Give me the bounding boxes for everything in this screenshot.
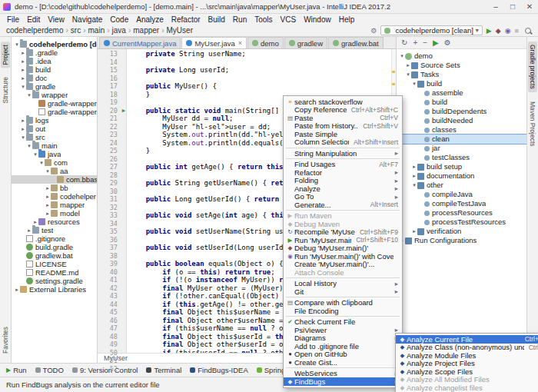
project-item-codehelper[interactable]: ▸codehelper xyxy=(12,192,97,201)
project-item-com[interactable]: ▾com xyxy=(12,158,97,167)
minus-icon[interactable]: − xyxy=(423,38,427,48)
gradle-item-tasks[interactable]: ▾Tasks xyxy=(397,70,526,79)
editor-tab-gradlew[interactable]: gradlew xyxy=(284,37,327,48)
context-menu-item-paste-simple[interactable]: Paste Simple xyxy=(284,130,402,138)
project-item-model[interactable]: ▸model xyxy=(12,209,97,218)
plus-icon[interactable]: + xyxy=(413,38,417,48)
run-main-gutter-icon[interactable]: ▶ xyxy=(122,108,125,115)
context-menu-item-create-gist[interactable]: ●Create Gist... xyxy=(284,358,402,367)
context-menu-item-diagrams[interactable]: Diagrams▸ xyxy=(284,334,402,343)
gradle-item-build[interactable]: ▾build xyxy=(397,79,526,88)
warning-mark-icon[interactable] xyxy=(392,83,395,85)
context-menu-item-generate[interactable]: Generate...Alt+Insert xyxy=(284,201,402,209)
project-item-license[interactable]: LICENSE xyxy=(12,260,97,268)
tree-arrow-icon[interactable]: ▾ xyxy=(411,181,417,190)
project-item-mapper[interactable]: ▸mapper xyxy=(12,201,97,209)
context-menu-item-search-stackoverflow[interactable]: ≡search stackoverflow xyxy=(284,98,402,106)
context-menu-item-string-manipulation[interactable]: String Manipulation▸ xyxy=(284,149,402,158)
gradle-item-jar[interactable]: jar xyxy=(397,144,526,153)
tree-arrow-icon[interactable]: ▸ xyxy=(411,171,417,181)
menu-build[interactable]: Build xyxy=(204,15,229,24)
context-menu-item-analyze[interactable]: Analyze▸ xyxy=(284,184,402,193)
tree-arrow-icon[interactable]: ▸ xyxy=(45,209,51,218)
close-icon[interactable] xyxy=(521,0,538,13)
findbugs-submenu-item-analyze-all-modified-files[interactable]: ◆Analyze All Modified Files xyxy=(396,376,538,384)
breadcrumb-codehelperdemo[interactable]: codehelperdemo xyxy=(5,26,65,35)
project-item-logs[interactable]: ▸logs xyxy=(12,116,97,125)
gradle-item-builddependents[interactable]: buildDependents xyxy=(397,107,526,116)
tool-window-button-favorites[interactable]: Favorites xyxy=(1,324,10,357)
project-item-build[interactable]: ▸build xyxy=(12,65,97,74)
project-item-main[interactable]: ▾main xyxy=(12,141,97,150)
project-item-bb[interactable]: ▸bb xyxy=(12,184,97,192)
context-menu-item-debug-maven[interactable]: ◆Debug Maven xyxy=(284,220,402,228)
close-tab-icon[interactable]: × xyxy=(238,39,242,47)
code-line[interactable]: private String userName; xyxy=(129,50,396,58)
context-menu-item-paste[interactable]: ▤PasteCtrl+V xyxy=(284,114,402,122)
menu-help[interactable]: Help xyxy=(335,15,359,24)
tool-window-button-spring[interactable]: Spring xyxy=(257,366,285,374)
gradle-item-verification[interactable]: ▸verification xyxy=(397,227,526,236)
project-item-gradle[interactable]: ▾gradle xyxy=(12,82,97,91)
tree-arrow-icon[interactable]: ▾ xyxy=(20,133,26,141)
gradle-item-run-configurations[interactable]: ▸Run Configurations xyxy=(397,236,526,245)
gradle-item-buildneeded[interactable]: buildNeeded xyxy=(397,116,526,125)
context-menu-item-file-encoding[interactable]: File Encoding xyxy=(284,307,402,315)
gradle-item-demo[interactable]: ▾demo xyxy=(397,51,526,61)
tool-window-button-structure[interactable]: Structure xyxy=(1,74,10,107)
code-line[interactable] xyxy=(129,58,396,67)
warning-mark-icon[interactable] xyxy=(392,71,395,73)
tree-arrow-icon[interactable]: ▾ xyxy=(26,91,32,99)
tree-arrow-icon[interactable]: ▸ xyxy=(20,74,26,82)
gradle-item-build[interactable]: build xyxy=(397,98,526,107)
tree-arrow-icon[interactable]: ▸ xyxy=(20,125,26,133)
tree-arrow-icon[interactable]: ▾ xyxy=(45,167,51,175)
project-item-settings-gradle[interactable]: settings.gradle xyxy=(12,277,97,285)
tree-arrow-icon[interactable]: ▾ xyxy=(399,51,405,61)
breadcrumb-java[interactable]: java xyxy=(111,26,128,35)
coverage-button[interactable]: ◉ xyxy=(505,26,511,35)
tool-window-button-todo[interactable]: TODO xyxy=(35,366,64,374)
gradle-item-build-setup[interactable]: ▸build setup xyxy=(397,162,526,171)
project-item-resources[interactable]: ▸resources xyxy=(12,218,97,226)
context-menu-item-go-to[interactable]: Go To▸ xyxy=(284,193,402,201)
project-item-gradle-wrapper-jar[interactable]: gradle-wrapper.jar xyxy=(12,99,97,108)
context-menu-item-column-selection-mode[interactable]: Column Selection ModeAlt+Shift+Insert xyxy=(284,138,402,147)
tool-window-button-project[interactable]: Project xyxy=(1,42,10,68)
project-item-doc[interactable]: ▸doc xyxy=(12,74,97,82)
context-menu-item-create-myuser-main[interactable]: Create 'MyUser.main()'... xyxy=(284,261,402,269)
stop-button[interactable]: ■ xyxy=(515,26,519,35)
menu-navigate[interactable]: Navigate xyxy=(68,15,106,24)
tree-arrow-icon[interactable]: ▸ xyxy=(14,285,20,294)
project-item-idea[interactable]: ▸.idea xyxy=(12,57,97,65)
tree-arrow-icon[interactable]: ▸ xyxy=(45,184,51,192)
editor-tab-myuser-java[interactable]: MyUser.java× xyxy=(181,37,247,48)
code-line[interactable] xyxy=(129,75,396,83)
tree-arrow-icon[interactable]: ▸ xyxy=(411,162,417,171)
code-line[interactable]: public MyUser() { xyxy=(129,82,396,91)
context-menu-item-attach-console[interactable]: Attach Console xyxy=(284,268,402,277)
project-item-java[interactable]: ▾java xyxy=(12,150,97,158)
editor-tab-currentmapper-java[interactable]: CurrentMapper.java xyxy=(99,37,181,48)
menu-run[interactable]: Run xyxy=(229,15,251,24)
menu-view[interactable]: View xyxy=(44,15,68,24)
search-icon[interactable] xyxy=(525,28,531,34)
gradle-item-assemble[interactable]: assemble xyxy=(397,88,526,98)
tree-arrow-icon[interactable]: ▸ xyxy=(20,48,26,57)
context-menu-item-check-current-file[interactable]: ✔Check Current File xyxy=(284,318,402,327)
breadcrumb-src[interactable]: src xyxy=(69,26,82,35)
context-menu-item-refactor[interactable]: Refactor▸ xyxy=(284,168,402,177)
context-menu-item-recompile-myuser-java[interactable]: ↻Recompile 'MyUser.java'Ctrl+Shift+F9 xyxy=(284,228,402,237)
tree-arrow-icon[interactable]: ▾ xyxy=(38,158,45,167)
tree-arrow-icon[interactable]: ▸ xyxy=(26,226,32,234)
menu-refactor[interactable]: Refactor xyxy=(168,15,204,24)
context-menu-item-debug-myuser-main[interactable]: ◆Debug 'MyUser.main()' xyxy=(284,244,402,253)
project-item-codehelperdemo-demo[interactable]: ▾codehelperdemo [demo] xyxy=(12,40,97,48)
project-item-gradlew-bat[interactable]: gradlew.bat xyxy=(12,251,97,260)
context-menu-item-run-maven[interactable]: ▶Run Maven xyxy=(284,212,402,221)
tool-window-button-gradle-projects[interactable]: Gradle projects xyxy=(528,42,537,92)
project-item-test[interactable]: ▸test xyxy=(12,226,97,234)
gradle-item-compilejava[interactable]: compileJava xyxy=(397,190,526,199)
tree-arrow-icon[interactable]: ▸ xyxy=(20,65,26,74)
gradle-item-source-sets[interactable]: ▸Source Sets xyxy=(397,61,526,70)
